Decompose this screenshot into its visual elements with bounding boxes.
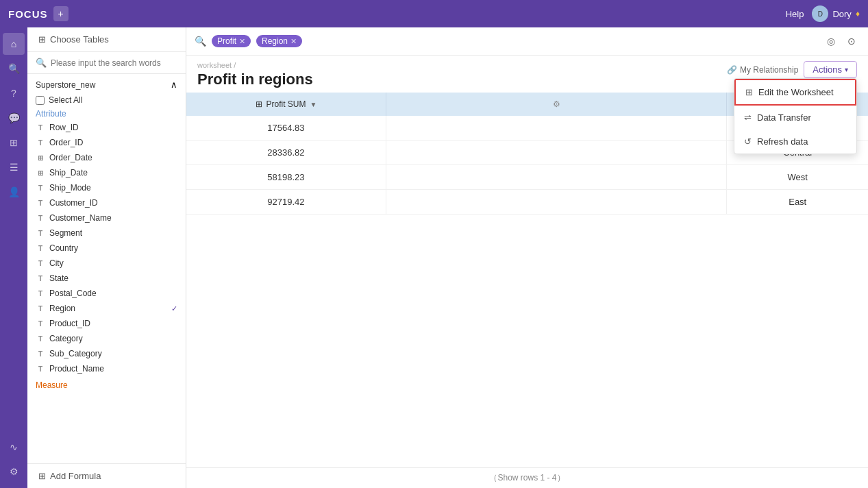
- sidebar-item-users[interactable]: 👤: [3, 181, 25, 203]
- field-name: Country: [49, 243, 78, 253]
- attribute-label: Attribute: [27, 108, 186, 120]
- footer: （Show rows 1 - 4）: [186, 467, 868, 488]
- field-row[interactable]: T Product_Name: [27, 361, 186, 376]
- field-row[interactable]: T Ship_Mode: [27, 180, 186, 195]
- field-name: Segment: [49, 228, 82, 238]
- field-name: Product_ID: [49, 319, 90, 328]
- sort-icon[interactable]: ▼: [310, 101, 317, 108]
- type-icon-postal-code: T: [36, 289, 45, 298]
- select-all-checkbox[interactable]: [36, 96, 45, 105]
- refresh-data-item[interactable]: ↺ Refresh data: [734, 130, 856, 154]
- my-relationship-label: My Relationship: [740, 65, 798, 75]
- data-transfer-item[interactable]: ⇌ Data Transfer: [734, 106, 856, 130]
- type-icon-ship-mode: T: [36, 183, 45, 193]
- user-info: D Dory ♦: [812, 5, 860, 22]
- left-panel: ⊞ Choose Tables 🔍 Superstore_new ∧ Selec…: [27, 27, 186, 488]
- field-name: Postal_Code: [49, 289, 97, 298]
- select-all-row[interactable]: Select All: [27, 93, 186, 108]
- sidebar-item-home[interactable]: ⌂: [3, 33, 25, 55]
- filter-bar: 🔍 Profit ✕ Region ✕ ◎ ⊙: [186, 27, 868, 56]
- table-name-label: Superstore_new: [36, 80, 95, 90]
- main-content: 🔍 Profit ✕ Region ✕ ◎ ⊙ worksheet / Prof…: [186, 27, 868, 488]
- field-row[interactable]: T Segment: [27, 225, 186, 241]
- sidebar-item-chat[interactable]: 💬: [3, 107, 25, 129]
- search-filter-icon[interactable]: 🔍: [195, 36, 206, 47]
- profit-col-icon: ⊞: [256, 99, 262, 109]
- add-formula-label: Add Formula: [50, 471, 101, 481]
- choose-tables-button[interactable]: ⊞ Choose Tables: [27, 27, 186, 52]
- profit-cell: 92719.42: [186, 190, 386, 215]
- table-row: 92719.42 East: [186, 190, 868, 215]
- filter-circle-icon[interactable]: ◎: [823, 33, 839, 49]
- field-row[interactable]: T Sub_Category: [27, 346, 186, 361]
- field-row[interactable]: ⊞ Order_Date: [27, 150, 186, 165]
- actions-button[interactable]: Actions ▾: [804, 61, 857, 78]
- type-icon-sub-category: T: [36, 349, 45, 358]
- breadcrumb: worksheet /: [197, 61, 313, 69]
- region-filter-close[interactable]: ✕: [290, 37, 297, 46]
- type-icon-order-id: T: [36, 138, 45, 147]
- add-tab-button[interactable]: +: [53, 6, 69, 21]
- filter-settings-icon[interactable]: ⊙: [843, 33, 860, 49]
- edit-worksheet-item[interactable]: ⊞ Edit the Worksheet: [734, 79, 856, 106]
- help-button[interactable]: Help: [786, 9, 804, 19]
- actions-dropdown: ⊞ Edit the Worksheet ⇌ Data Transfer ↺ R…: [734, 78, 857, 154]
- edit-worksheet-icon: ⊞: [745, 87, 753, 97]
- type-icon-region: T: [36, 304, 45, 313]
- field-row[interactable]: T Row_ID: [27, 120, 186, 135]
- sidebar-item-grid[interactable]: ⊞: [3, 132, 25, 154]
- link-icon: 🔗: [727, 65, 737, 75]
- type-icon-segment: T: [36, 228, 45, 238]
- data-transfer-icon: ⇌: [744, 112, 752, 123]
- field-name: Row_ID: [49, 123, 79, 132]
- field-row[interactable]: T Product_ID: [27, 316, 186, 331]
- chevron-up-icon: ∧: [171, 80, 177, 90]
- region-cell: West: [727, 165, 868, 190]
- sidebar-item-settings[interactable]: ⚙: [3, 461, 25, 483]
- type-icon-ship-date: ⊞: [36, 168, 45, 178]
- table-section-header[interactable]: Superstore_new ∧: [27, 74, 186, 93]
- col-header-profit[interactable]: ⊞ Profit SUM ▼: [186, 93, 386, 116]
- field-name: Customer_ID: [49, 198, 98, 208]
- field-name: Customer_Name: [49, 213, 112, 223]
- profit-filter-tag[interactable]: Profit ✕: [212, 35, 251, 47]
- search-input[interactable]: [51, 58, 177, 68]
- top-nav-right: Help D Dory ♦: [786, 5, 860, 22]
- profit-filter-close[interactable]: ✕: [239, 37, 245, 46]
- report-actions: 🔗 My Relationship Actions ▾ ⊞ Edit the W…: [727, 61, 857, 78]
- field-row[interactable]: T Country: [27, 241, 186, 256]
- field-row[interactable]: T State: [27, 271, 186, 286]
- report-header: worksheet / Profit in regions 🔗 My Relat…: [186, 56, 868, 93]
- field-row[interactable]: T Customer_Name: [27, 210, 186, 225]
- sidebar-item-question[interactable]: ?: [3, 82, 25, 104]
- measure-label: Measure: [27, 376, 186, 391]
- page-title: Profit in regions: [197, 71, 313, 88]
- field-row[interactable]: ⊞ Ship_Date: [27, 165, 186, 180]
- field-row[interactable]: T Category: [27, 331, 186, 346]
- field-name: Category: [49, 334, 83, 343]
- region-filter-tag[interactable]: Region ✕: [256, 35, 302, 47]
- field-row[interactable]: T Customer_ID: [27, 195, 186, 210]
- field-row[interactable]: T Order_ID: [27, 135, 186, 150]
- select-all-label: Select All: [49, 95, 82, 105]
- sidebar-item-chart[interactable]: ∿: [3, 436, 25, 458]
- sidebar-item-search[interactable]: 🔍: [3, 58, 25, 80]
- plus-formula-icon: ⊞: [38, 471, 46, 481]
- add-formula-button[interactable]: ⊞ Add Formula: [27, 463, 186, 488]
- field-row-region[interactable]: T Region ✓: [27, 301, 186, 316]
- type-icon-category: T: [36, 334, 45, 343]
- spacer-cell: [386, 141, 727, 165]
- search-box: 🔍: [27, 52, 186, 74]
- field-row[interactable]: T Postal_Code: [27, 286, 186, 301]
- col-settings-icon[interactable]: ⚙: [553, 99, 560, 109]
- field-row[interactable]: T City: [27, 256, 186, 271]
- sidebar-item-list[interactable]: ☰: [3, 156, 25, 178]
- top-nav-left: FOCUS +: [8, 6, 69, 21]
- spacer-cell: [386, 165, 727, 190]
- search-icon: 🔍: [36, 58, 47, 68]
- field-name: Region: [49, 304, 75, 313]
- field-name: Ship_Mode: [49, 183, 91, 193]
- spacer-cell: [386, 116, 727, 141]
- my-relationship-button[interactable]: 🔗 My Relationship: [727, 65, 798, 75]
- profit-cell: 28336.82: [186, 141, 386, 165]
